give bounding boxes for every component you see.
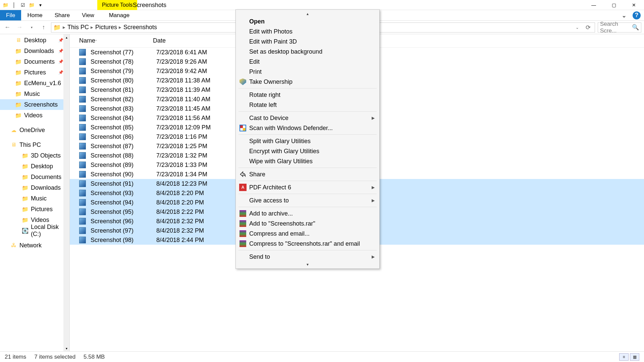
sidebar-item-music[interactable]: 📁Music	[0, 193, 69, 204]
context-item-share[interactable]: Share	[236, 169, 379, 179]
context-separator	[238, 194, 377, 194]
expand-ribbon-icon[interactable]: ⌄	[620, 11, 628, 19]
help-icon[interactable]: ?	[633, 11, 641, 19]
scroll-down-icon[interactable]: ▾	[63, 345, 69, 351]
sidebar-item-downloads[interactable]: 📁Downloads	[0, 182, 69, 193]
context-item-pdf-architect-6[interactable]: APDF Architect 6▶	[236, 182, 379, 192]
context-item-wipe-with-glary-utilities[interactable]: Wipe with Glary Utilities	[236, 156, 379, 166]
image-file-icon	[79, 86, 86, 93]
breadcrumb-segment-pictures[interactable]: Pictures▶	[95, 24, 121, 31]
file-date: 8/4/2018 2:20 PM	[156, 199, 244, 206]
tab-manage[interactable]: Manage	[103, 10, 136, 20]
sidebar-item-desktop[interactable]: 🖥Desktop📌	[0, 35, 69, 46]
sidebar-item-3d-objects[interactable]: 📁3D Objects	[0, 150, 69, 161]
image-file-icon	[79, 171, 86, 178]
scroll-up-icon[interactable]: ▴	[63, 34, 69, 40]
sidebar-scrollbar[interactable]: ▴ ▾	[63, 34, 69, 351]
up-button[interactable]: ↑	[39, 23, 48, 32]
column-header-date[interactable]: Date	[153, 37, 240, 44]
sidebar-item-desktop[interactable]: 📁Desktop	[0, 161, 69, 172]
context-item-scan-with-windows-defender[interactable]: Scan with Windows Defender...	[236, 123, 379, 133]
history-dropdown-icon[interactable]: ▾	[27, 23, 36, 32]
submenu-arrow-icon: ▶	[372, 185, 375, 190]
search-input[interactable]: Search Scre... 🔍	[598, 22, 641, 33]
context-item-encrypt-with-glary-utilities[interactable]: Encrypt with Glary Utilities	[236, 146, 379, 156]
sidebar-item-onedrive[interactable]: ☁OneDrive	[0, 125, 69, 135]
context-scroll-up-icon[interactable]: ▴	[236, 11, 379, 16]
new-folder-icon[interactable]: 📁	[28, 2, 35, 8]
context-item-add-to-screenshots-rar[interactable]: Add to "Screenshots.rar"	[236, 219, 379, 229]
sidebar-item-label: This PC	[19, 141, 41, 148]
file-date: 7/23/2018 12:09 PM	[156, 124, 244, 131]
context-item-compress-and-email[interactable]: Compress and email...	[236, 229, 379, 239]
chevron-right-icon[interactable]: ▶	[63, 25, 65, 29]
tab-file[interactable]: File	[0, 10, 21, 20]
sidebar-item-this-pc[interactable]: 🖥This PC	[0, 139, 69, 150]
close-button[interactable]: ✕	[624, 0, 644, 10]
sidebar-item-label: Downloads	[24, 48, 54, 55]
column-header-name[interactable]: Name˄	[79, 37, 153, 44]
file-name: Screenshot (90)	[91, 171, 156, 178]
context-tab-picture-tools[interactable]: Picture Tools	[97, 0, 137, 10]
tab-share[interactable]: Share	[49, 10, 76, 20]
image-file-icon	[79, 208, 86, 215]
sidebar-item-screenshots[interactable]: 📁Screenshots	[0, 99, 69, 110]
minimize-button[interactable]: —	[584, 0, 604, 10]
tab-home[interactable]: Home	[21, 10, 48, 20]
address-dropdown-icon[interactable]: ⌄	[573, 23, 582, 32]
image-file-icon	[79, 227, 86, 234]
breadcrumb-segment-thispc[interactable]: This PC▶	[67, 24, 93, 31]
image-file-icon	[79, 190, 86, 196]
sidebar-item-pictures[interactable]: 📁Pictures📌	[0, 67, 69, 78]
defender-icon	[239, 124, 247, 132]
context-item-rotate-left[interactable]: Rotate left	[236, 100, 379, 110]
context-item-set-as-desktop-background[interactable]: Set as desktop background	[236, 47, 379, 57]
context-item-take-ownership[interactable]: Take Ownership	[236, 77, 379, 87]
context-item-rotate-right[interactable]: Rotate right	[236, 90, 379, 100]
sidebar-item-network[interactable]: 🖧Network	[0, 240, 69, 251]
sidebar-item-pictures[interactable]: 📁Pictures	[0, 204, 69, 215]
forward-button[interactable]: →	[15, 23, 24, 32]
file-date: 7/23/2018 1:16 PM	[156, 133, 244, 140]
sidebar-item-music[interactable]: 📁Music	[0, 88, 69, 99]
context-item-send-to[interactable]: Send to▶	[236, 252, 379, 262]
maximize-button[interactable]: ▢	[604, 0, 624, 10]
context-item-split-with-glary-utilities[interactable]: Split with Glary Utilities	[236, 136, 379, 146]
sidebar-item-documents[interactable]: 📁Documents	[0, 172, 69, 182]
context-item-label: Open	[249, 18, 265, 25]
qat-dropdown-icon[interactable]: ▾	[37, 2, 44, 8]
sidebar-item-local-disk-c-[interactable]: 💽Local Disk (C:)	[0, 225, 69, 236]
tab-view[interactable]: View	[76, 10, 100, 20]
view-details-button[interactable]: ≡	[619, 353, 629, 361]
context-item-add-to-archive[interactable]: Add to archive...	[236, 208, 379, 219]
sidebar-item-downloads[interactable]: 📁Downloads📌	[0, 46, 69, 56]
context-item-give-access-to[interactable]: Give access to▶	[236, 195, 379, 205]
context-item-open[interactable]: Open	[236, 16, 379, 26]
context-item-label: Scan with Windows Defender...	[249, 125, 333, 132]
context-item-print[interactable]: Print	[236, 67, 379, 77]
context-item-edit-with-paint-3d[interactable]: Edit with Paint 3D	[236, 37, 379, 47]
folder-icon: 📁	[22, 153, 28, 159]
context-item-label: Add to "Screenshots.rar"	[249, 220, 315, 227]
context-item-compress-to-screenshots-rar-and-email[interactable]: Compress to "Screenshots.rar" and email	[236, 239, 379, 249]
context-scroll-down-icon[interactable]: ▾	[236, 262, 379, 267]
folder-icon: 📁	[22, 206, 28, 212]
sidebar-item-ecmenu-v1-6[interactable]: 📁EcMenu_v1.6	[0, 78, 69, 88]
file-date: 7/23/2018 1:33 PM	[156, 162, 244, 169]
breadcrumb-segment-screenshots[interactable]: Screenshots	[123, 24, 157, 31]
properties-icon[interactable]: ☑	[19, 2, 26, 8]
context-item-edit-with-photos[interactable]: Edit with Photos	[236, 26, 379, 37]
refresh-icon[interactable]: ⟳	[583, 23, 593, 32]
context-item-label: Cast to Device	[249, 115, 288, 122]
view-thumbnails-button[interactable]: ▦	[630, 353, 639, 361]
sidebar-item-videos[interactable]: 📁Videos	[0, 110, 69, 121]
status-size: 5.58 MB	[84, 354, 105, 360]
folder-icon: 📁	[22, 185, 28, 191]
back-button[interactable]: ←	[3, 23, 12, 32]
context-item-cast-to-device[interactable]: Cast to Device▶	[236, 113, 379, 123]
sidebar-item-documents[interactable]: 📁Documents📌	[0, 56, 69, 67]
file-name: Screenshot (98)	[91, 237, 156, 244]
context-item-edit[interactable]: Edit	[236, 57, 379, 67]
image-file-icon	[79, 68, 86, 74]
image-file-icon	[79, 77, 86, 84]
